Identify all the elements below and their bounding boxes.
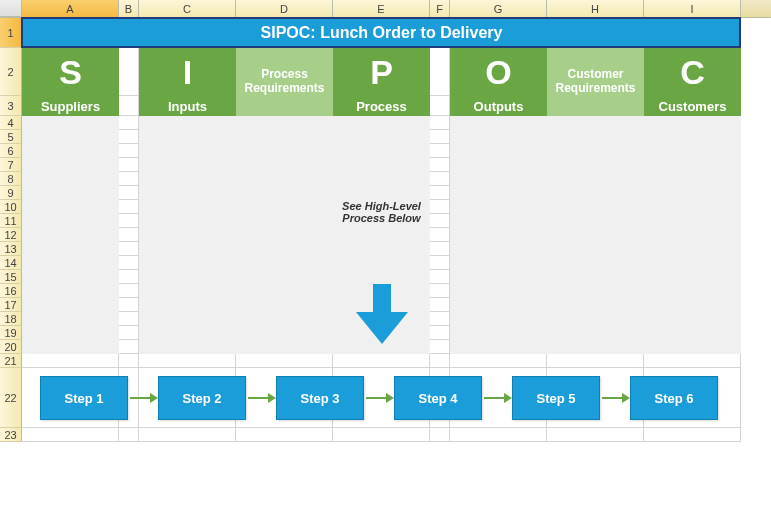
column-header-I[interactable]: I [644,0,741,17]
sipoc-label-suppliers[interactable]: Suppliers [22,96,119,116]
column-header-H[interactable]: H [547,0,644,17]
step-arrow-icon [364,393,394,403]
step-box-1[interactable]: Step 1 [40,376,128,420]
row-header-9[interactable]: 9 [0,186,22,200]
step-arrow-icon [600,393,630,403]
sipoc-letter-C[interactable]: C [644,48,741,96]
column-header-A[interactable]: A [22,0,119,17]
column-header-B[interactable]: B [119,0,139,17]
row-header-14[interactable]: 14 [0,256,22,270]
sipoc-body-1[interactable] [139,116,236,354]
sipoc-req-5[interactable]: CustomerRequirements [547,48,644,116]
step-arrow-icon [128,393,158,403]
step-box-6[interactable]: Step 6 [630,376,718,420]
row-header-15[interactable]: 15 [0,270,22,284]
sipoc-letter-O[interactable]: O [450,48,547,96]
step-box-5[interactable]: Step 5 [512,376,600,420]
row-header-16[interactable]: 16 [0,284,22,298]
row-headers: 1234567891011121314151617181920212223 [0,18,22,442]
row-header-10[interactable]: 10 [0,200,22,214]
row-header-13[interactable]: 13 [0,242,22,256]
row-header-8[interactable]: 8 [0,172,22,186]
process-note: See High-LevelProcess Below [333,200,430,224]
step-box-3[interactable]: Step 3 [276,376,364,420]
column-header-E[interactable]: E [333,0,430,17]
row-header-12[interactable]: 12 [0,228,22,242]
column-headers: ABCDEFGHI [0,0,771,18]
sipoc-label-process[interactable]: Process [333,96,430,116]
column-header-D[interactable]: D [236,0,333,17]
row-header-1[interactable]: 1 [0,18,22,48]
sipoc-body-4[interactable] [450,116,547,354]
spreadsheet-window: ABCDEFGHI 123456789101112131415161718192… [0,0,771,520]
sipoc-body-5[interactable] [547,116,644,354]
sipoc-label-outputs[interactable]: Outputs [450,96,547,116]
step-arrow-icon [482,393,512,403]
sipoc-body-6[interactable] [644,116,741,354]
row-header-6[interactable]: 6 [0,144,22,158]
row-header-19[interactable]: 19 [0,326,22,340]
column-header-G[interactable]: G [450,0,547,17]
row-header-23[interactable]: 23 [0,428,22,442]
sipoc-letter-S[interactable]: S [22,48,119,96]
sipoc-letter-P[interactable]: P [333,48,430,96]
row-header-4[interactable]: 4 [0,116,22,130]
row-header-2[interactable]: 2 [0,48,22,96]
row-header-5[interactable]: 5 [0,130,22,144]
sipoc-body-2[interactable] [236,116,333,354]
sipoc-letter-I[interactable]: I [139,48,236,96]
column-header-F[interactable]: F [430,0,450,17]
arrow-down-icon [356,284,408,348]
process-steps: Step 1Step 2Step 3Step 4Step 5Step 6 [40,376,718,420]
grid-body[interactable]: SIPOC: Lunch Order to Delivery SSupplier… [22,18,771,442]
row-header-22[interactable]: 22 [0,368,22,428]
sipoc-label-customers[interactable]: Customers [644,96,741,116]
sipoc-req-2[interactable]: ProcessRequirements [236,48,333,116]
select-all-corner[interactable] [0,0,22,17]
row-header-20[interactable]: 20 [0,340,22,354]
sipoc-label-inputs[interactable]: Inputs [139,96,236,116]
row-header-21[interactable]: 21 [0,354,22,368]
row-header-17[interactable]: 17 [0,298,22,312]
row-header-18[interactable]: 18 [0,312,22,326]
row-header-11[interactable]: 11 [0,214,22,228]
column-header-C[interactable]: C [139,0,236,17]
step-arrow-icon [246,393,276,403]
step-box-4[interactable]: Step 4 [394,376,482,420]
row-header-7[interactable]: 7 [0,158,22,172]
row-header-3[interactable]: 3 [0,96,22,116]
content-overlay: SIPOC: Lunch Order to Delivery SSupplier… [22,18,771,442]
step-box-2[interactable]: Step 2 [158,376,246,420]
sipoc-body-0[interactable] [22,116,119,354]
